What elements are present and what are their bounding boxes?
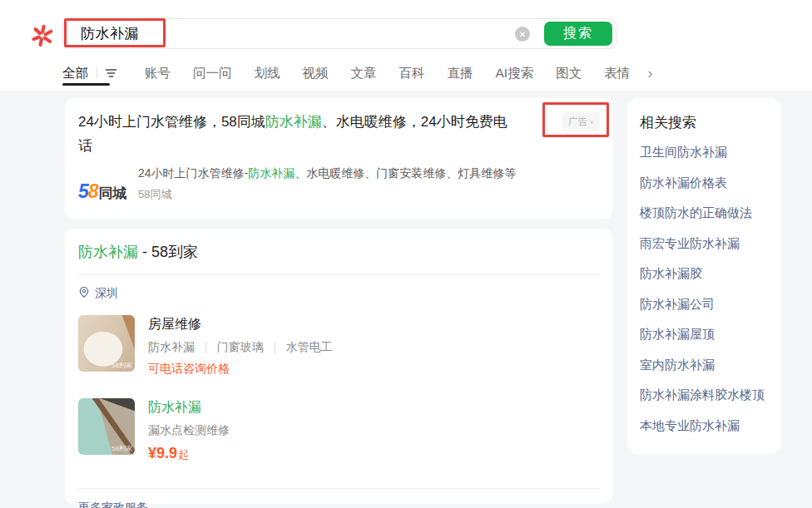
service-item-price: ¥9.9起 bbox=[148, 445, 230, 462]
tab-article[interactable]: 文章 bbox=[351, 65, 377, 82]
tab-emoji[interactable]: 表情 bbox=[604, 65, 630, 82]
related-searches-panel: 相关搜索 卫生间防水补漏防水补漏价格表楼顶防水的正确做法雨宏专业防水补漏防水补漏… bbox=[627, 98, 780, 454]
tab-live[interactable]: 直播 bbox=[448, 65, 473, 82]
related-search-link[interactable]: 本地专业防水补漏 bbox=[640, 411, 768, 441]
service-item-tags: 防水补漏｜门窗玻璃｜水管电工 bbox=[148, 340, 332, 355]
divider bbox=[77, 274, 600, 275]
ad-label-badge[interactable]: 广告˅ bbox=[562, 112, 600, 131]
tab-image-text[interactable]: 图文 bbox=[556, 65, 582, 82]
service-item-subtitle: 漏水点检测维修 bbox=[148, 423, 230, 438]
service-item-price: 可电话咨询价格 bbox=[148, 362, 332, 377]
location-selector[interactable]: 深圳 bbox=[78, 286, 599, 301]
thumbnail-watermark: 58到家 bbox=[111, 361, 132, 370]
ad-description[interactable]: 24小时上门水管维修-防水补漏、水电暖维修、门窗安装维修、灯具维修等 bbox=[138, 166, 516, 181]
location-pin-icon bbox=[78, 286, 90, 301]
related-searches-heading: 相关搜索 bbox=[640, 111, 768, 137]
tab-underline[interactable]: 划线 bbox=[255, 65, 280, 82]
search-input[interactable]: 防水补漏 × 搜索 bbox=[62, 18, 616, 49]
active-tab-underline bbox=[62, 83, 110, 86]
ad-head: 24小时上门水管维修，58同城防水补漏、水电暖维修，24小时免费电话 广告˅ bbox=[78, 110, 599, 158]
ad-source-text: 24小时上门水管维修-防水补漏、水电暖维修、门窗安装维修、灯具维修等 58同城 bbox=[138, 166, 516, 202]
thumbnail-watermark: 58到家 bbox=[111, 444, 132, 453]
service-thumbnail-wall-repair: 58到家 bbox=[78, 315, 135, 372]
service-item-body: 房屋维修 防水补漏｜门窗玻璃｜水管电工 可电话咨询价格 bbox=[148, 315, 332, 377]
related-search-link[interactable]: 楼顶防水的正确做法 bbox=[640, 198, 768, 229]
chevron-down-icon: ˅ bbox=[590, 118, 594, 126]
service-item-waterproof[interactable]: 58到家 防水补漏 漏水点检测维修 ¥9.9起 bbox=[78, 398, 599, 462]
service-result-card: 防水补漏 - 58到家 深圳 58到家 bbox=[65, 229, 612, 504]
service-item-title[interactable]: 防水补漏 bbox=[148, 399, 230, 417]
tab-separator bbox=[97, 67, 97, 79]
related-search-link[interactable]: 防水补漏屋顶 bbox=[640, 319, 768, 350]
brand-asterisk-logo-icon[interactable] bbox=[30, 22, 55, 48]
service-item-title[interactable]: 房屋维修 bbox=[148, 316, 332, 333]
search-results-page: 防水补漏 × 搜索 全部账号问一问划线视频文章百科直播AI搜索图文表情› 24小… bbox=[0, 0, 812, 508]
filter-sort-icon[interactable] bbox=[105, 68, 117, 78]
ad-title-link[interactable]: 24小时上门水管维修，58同城防水补漏、水电暖维修，24小时免费电话 bbox=[78, 110, 512, 158]
ad-source-name: 58同城 bbox=[138, 187, 516, 202]
tab-ask[interactable]: 问一问 bbox=[193, 65, 232, 82]
search-button[interactable]: 搜索 bbox=[544, 22, 612, 46]
ad-source-row: 58同城 24小时上门水管维修-防水补漏、水电暖维修、门窗安装维修、灯具维修等 … bbox=[78, 166, 599, 202]
tab-all[interactable]: 全部 bbox=[62, 65, 117, 82]
location-label: 深圳 bbox=[95, 286, 118, 301]
tab-account[interactable]: 账号 bbox=[145, 65, 171, 82]
tab-ai-search[interactable]: AI搜索 bbox=[496, 65, 534, 82]
service-item-house-repair[interactable]: 58到家 房屋维修 防水补漏｜门窗玻璃｜水管电工 可电话咨询价格 bbox=[78, 315, 599, 377]
related-search-link[interactable]: 卫生间防水补漏 bbox=[640, 137, 768, 168]
tab-baike[interactable]: 百科 bbox=[399, 65, 425, 82]
service-card-title-link[interactable]: 防水补漏 - 58到家 bbox=[78, 242, 599, 262]
related-search-link[interactable]: 防水补漏公司 bbox=[640, 289, 768, 320]
related-search-link[interactable]: 室内防水补漏 bbox=[640, 350, 768, 381]
search-query-text: 防水补漏 bbox=[63, 24, 139, 43]
tab-video[interactable]: 视频 bbox=[303, 65, 329, 82]
ad-result-card[interactable]: 24小时上门水管维修，58同城防水补漏、水电暖维修，24小时免费电话 广告˅ 5… bbox=[65, 98, 612, 219]
service-thumbnail-roof-coating: 58到家 bbox=[78, 398, 135, 455]
content-area: 24小时上门水管维修，58同城防水补漏、水电暖维修，24小时免费电话 广告˅ 5… bbox=[65, 92, 780, 504]
search-tabs: 全部账号问一问划线视频文章百科直播AI搜索图文表情› bbox=[62, 63, 652, 83]
source-58tongcheng-logo[interactable]: 58同城 bbox=[78, 166, 138, 202]
tabs-more-chevron-icon[interactable]: › bbox=[647, 64, 652, 82]
related-search-link[interactable]: 雨宏专业防水补漏 bbox=[640, 229, 768, 259]
more-services-link[interactable]: 更多家政服务 bbox=[78, 489, 599, 508]
clear-search-icon[interactable]: × bbox=[515, 27, 530, 42]
ad-label-text: 广告 bbox=[568, 116, 588, 127]
service-item-body: 防水补漏 漏水点检测维修 ¥9.9起 bbox=[148, 398, 230, 462]
related-search-link[interactable]: 防水补漏胶 bbox=[640, 259, 768, 289]
related-search-link[interactable]: 防水补漏涂料胶水楼顶 bbox=[640, 380, 768, 411]
header: 防水补漏 × 搜索 全部账号问一问划线视频文章百科直播AI搜索图文表情› bbox=[0, 0, 812, 92]
results-column: 24小时上门水管维修，58同城防水补漏、水电暖维修，24小时免费电话 广告˅ 5… bbox=[65, 92, 612, 504]
related-search-link[interactable]: 防水补漏价格表 bbox=[640, 168, 768, 199]
related-searches-list: 卫生间防水补漏防水补漏价格表楼顶防水的正确做法雨宏专业防水补漏防水补漏胶防水补漏… bbox=[640, 137, 768, 441]
